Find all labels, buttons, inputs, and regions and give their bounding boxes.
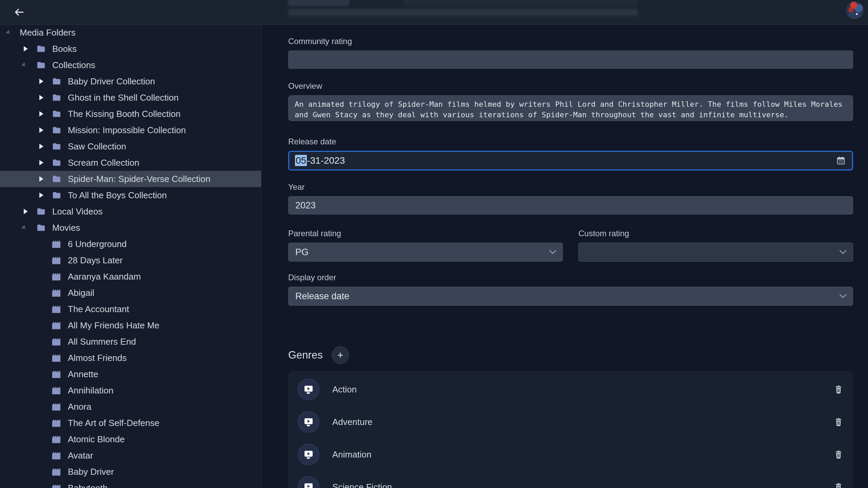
- tree-item[interactable]: Annette: [0, 366, 261, 382]
- tree-item[interactable]: Mission: Impossible Collection: [0, 122, 261, 138]
- expand-arrow-icon[interactable]: [22, 225, 35, 230]
- tree-item[interactable]: The Kissing Booth Collection: [0, 106, 261, 122]
- movie-icon: [51, 402, 62, 412]
- folder-icon: [51, 125, 62, 135]
- genre-row[interactable]: Adventure: [288, 406, 853, 438]
- tree-item[interactable]: Anora: [0, 399, 261, 415]
- community-rating-input[interactable]: [288, 50, 853, 69]
- tree-item-label: Saw Collection: [68, 141, 126, 152]
- folder-icon: [51, 142, 62, 151]
- tree-item[interactable]: Ghost in the Shell Collection: [0, 89, 261, 106]
- tree-item[interactable]: Babyteeth: [0, 480, 261, 488]
- tree-item[interactable]: Movies: [0, 220, 261, 236]
- tree-item[interactable]: Avatar: [0, 447, 261, 464]
- year-input[interactable]: [288, 196, 853, 215]
- tree-item-label: Spider-Man: Spider-Verse Collection: [68, 174, 211, 184]
- tree-item[interactable]: Almost Friends: [0, 350, 261, 366]
- custom-rating-select[interactable]: [578, 243, 853, 262]
- expand-arrow-icon[interactable]: [37, 160, 51, 165]
- calendar-icon[interactable]: [836, 156, 846, 166]
- tree-item[interactable]: 28 Days Later: [0, 252, 261, 268]
- plus-icon: +: [337, 350, 343, 360]
- obscured-scrolled-content: [288, 0, 349, 6]
- add-genre-button[interactable]: +: [332, 346, 349, 364]
- expand-arrow-icon[interactable]: [37, 144, 51, 149]
- expand-arrow-icon[interactable]: [22, 209, 35, 214]
- expand-arrow-icon[interactable]: [37, 95, 51, 100]
- genre-avatar: [298, 411, 319, 433]
- folder-icon: [51, 93, 62, 102]
- expand-arrow-icon[interactable]: [22, 46, 35, 52]
- tree-item[interactable]: 6 Underground: [0, 236, 261, 252]
- tree-item[interactable]: Abigail: [0, 285, 261, 301]
- display-order-label: Display order: [288, 273, 853, 282]
- delete-genre-button[interactable]: [834, 417, 843, 427]
- folder-icon: [35, 207, 47, 216]
- tree-item-label: Media Folders: [20, 27, 76, 38]
- folder-icon: [35, 44, 47, 54]
- tree-item[interactable]: Spider-Man: Spider-Verse Collection: [0, 171, 261, 187]
- tree-item[interactable]: Scream Collection: [0, 155, 261, 171]
- folder-icon: [35, 223, 47, 232]
- tree-item[interactable]: Baby Driver: [0, 464, 261, 480]
- tree-item[interactable]: Collections: [0, 57, 261, 73]
- date-selected-segment: 05: [295, 155, 307, 166]
- genres-list: Action Adventure: [288, 371, 853, 488]
- genre-avatar: [298, 379, 319, 400]
- tree-item-label: Aaranya Kaandam: [68, 271, 141, 282]
- genre-row[interactable]: Science Fiction: [288, 471, 853, 488]
- tree-item-label: Almost Friends: [68, 353, 126, 363]
- user-avatar[interactable]: [846, 1, 864, 19]
- tree-item[interactable]: Aaranya Kaandam: [0, 268, 261, 285]
- expand-arrow-icon[interactable]: [37, 192, 51, 198]
- chevron-down-icon: [839, 294, 847, 299]
- tree-item[interactable]: To All the Boys Collection: [0, 187, 261, 203]
- expand-arrow-icon[interactable]: [22, 63, 35, 67]
- folder-icon: [51, 190, 62, 200]
- tree-item[interactable]: The Art of Self-Defense: [0, 415, 261, 431]
- genres-heading: Genres: [288, 349, 323, 361]
- tree-item[interactable]: Atomic Blonde: [0, 431, 261, 447]
- tree-item[interactable]: Baby Driver Collection: [0, 73, 261, 89]
- movie-icon: [51, 320, 62, 330]
- tree-item[interactable]: The Accountant: [0, 301, 261, 317]
- tree-item-label: Scream Collection: [68, 158, 139, 168]
- tree-item[interactable]: All My Friends Hate Me: [0, 317, 261, 333]
- movie-icon: [51, 434, 62, 444]
- movie-icon: [51, 418, 62, 428]
- tree-item[interactable]: Saw Collection: [0, 138, 261, 155]
- release-date-input[interactable]: 05-31-2023: [288, 151, 853, 170]
- tree-item-label: 6 Underground: [68, 239, 126, 249]
- tree-item[interactable]: All Summers End: [0, 333, 261, 350]
- expand-arrow-icon[interactable]: [37, 127, 51, 133]
- genre-row[interactable]: Animation: [288, 438, 853, 471]
- tree-item-label: Baby Driver Collection: [68, 76, 155, 87]
- back-button[interactable]: [12, 5, 26, 19]
- expand-arrow-icon[interactable]: [37, 111, 51, 117]
- chevron-down-icon: [549, 250, 556, 255]
- release-date-label: Release date: [288, 137, 853, 146]
- folder-icon: [35, 60, 47, 70]
- tree-item-label: Ghost in the Shell Collection: [68, 93, 179, 103]
- arrow-left-icon: [13, 6, 25, 18]
- parental-rating-label: Parental rating: [288, 229, 563, 238]
- folder-icon: [51, 109, 62, 119]
- tree-item[interactable]: Annihilation: [0, 382, 261, 399]
- expand-arrow-icon[interactable]: [37, 176, 51, 182]
- delete-genre-button[interactable]: [834, 482, 843, 488]
- delete-genre-button[interactable]: [834, 384, 843, 394]
- tree-item[interactable]: Media Folders: [0, 24, 261, 41]
- date-rest-segment: -31-2023: [307, 155, 345, 166]
- delete-genre-button[interactable]: [834, 449, 843, 460]
- parental-rating-select[interactable]: PG: [288, 243, 563, 262]
- movie-icon: [51, 271, 62, 282]
- overview-textarea[interactable]: An animated trilogy of Spider-Man films …: [288, 95, 853, 121]
- tree-item-label: Movies: [52, 223, 80, 233]
- tree-item[interactable]: Books: [0, 41, 261, 57]
- tree-item[interactable]: Local Videos: [0, 203, 261, 220]
- display-order-select[interactable]: Release date: [288, 287, 853, 306]
- genre-row[interactable]: Action: [288, 373, 853, 406]
- movie-icon: [51, 467, 62, 477]
- expand-arrow-icon[interactable]: [6, 30, 20, 35]
- expand-arrow-icon[interactable]: [37, 79, 51, 84]
